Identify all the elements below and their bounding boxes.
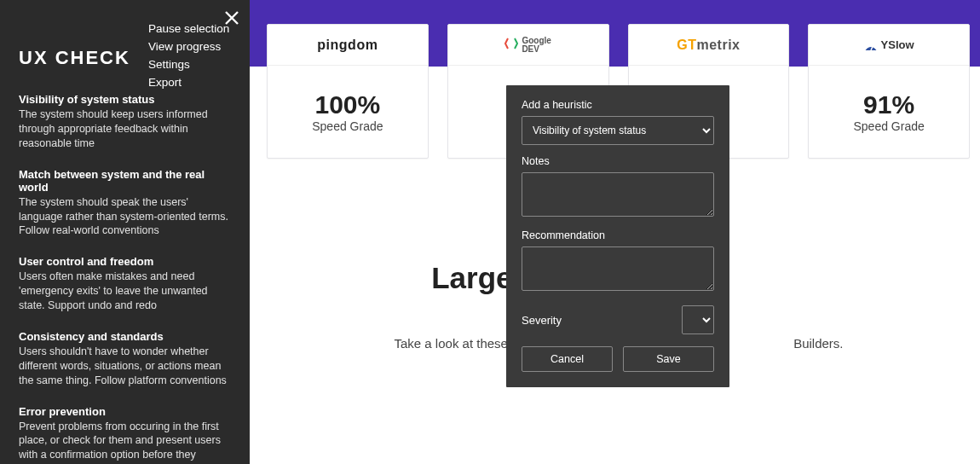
speed-score: 100% xyxy=(315,90,381,119)
menu-settings[interactable]: Settings xyxy=(148,58,229,71)
menu-view-progress[interactable]: View progress xyxy=(148,40,229,53)
googledev-logo: GoogleDEV xyxy=(448,25,608,66)
pingdom-logo: pingdom xyxy=(268,25,428,66)
menu-pause-selection[interactable]: Pause selection xyxy=(148,22,229,35)
heuristic-item[interactable]: User control and freedom Users often mak… xyxy=(19,255,231,313)
notes-input[interactable] xyxy=(522,172,714,217)
heuristic-title: Match between system and the real world xyxy=(19,168,231,194)
heuristic-select[interactable]: Visibility of system status xyxy=(522,116,714,145)
heuristic-desc: The system should keep users informed th… xyxy=(19,107,231,151)
heuristic-desc: The system should speak the users' langu… xyxy=(19,195,231,239)
heuristic-desc: Users often make mistakes and need 'emer… xyxy=(19,270,231,313)
sidebar-menu: Pause selection View progress Settings E… xyxy=(148,22,229,89)
ux-check-sidebar: Pause selection View progress Settings E… xyxy=(0,0,250,464)
speed-label: Speed Grade xyxy=(312,119,383,133)
add-heuristic-modal: Add a heuristic Visibility of system sta… xyxy=(506,85,729,387)
heuristic-item[interactable]: Error prevention Prevent problems from o… xyxy=(19,405,231,465)
notes-label: Notes xyxy=(522,155,714,167)
heuristic-title: User control and freedom xyxy=(19,255,231,268)
severity-select[interactable]: 0 xyxy=(682,305,714,334)
recommendation-input[interactable] xyxy=(522,246,714,291)
speed-card-pingdom: pingdom 100% Speed Grade xyxy=(267,24,429,159)
heuristic-title: Consistency and standards xyxy=(19,330,231,343)
severity-label: Severity xyxy=(522,314,562,327)
speed-card-yslow: YSlow 91% Speed Grade xyxy=(808,24,970,159)
heuristic-title: Error prevention xyxy=(19,405,231,418)
heuristics-list: Visibility of system status The system s… xyxy=(19,93,231,464)
gtmetrix-logo: GTmetrix xyxy=(629,25,789,66)
recommendation-label: Recommendation xyxy=(522,229,714,241)
speed-score: 91% xyxy=(863,90,914,119)
heuristic-title: Visibility of system status xyxy=(19,93,231,106)
save-button[interactable]: Save xyxy=(623,346,714,372)
cancel-button[interactable]: Cancel xyxy=(522,346,613,372)
heuristic-item[interactable]: Visibility of system status The system s… xyxy=(19,93,231,151)
heuristic-desc: Prevent problems from occuring in the fi… xyxy=(19,420,231,465)
heuristic-item[interactable]: Match between system and the real world … xyxy=(19,168,231,239)
heuristic-item[interactable]: Consistency and standards Users shouldn'… xyxy=(19,330,231,388)
menu-export[interactable]: Export xyxy=(148,76,229,89)
modal-title: Add a heuristic xyxy=(522,99,714,111)
speed-label: Speed Grade xyxy=(853,119,924,133)
heuristic-desc: Users shouldn't have to wonder whether d… xyxy=(19,345,231,388)
yslow-logo: YSlow xyxy=(809,25,969,66)
